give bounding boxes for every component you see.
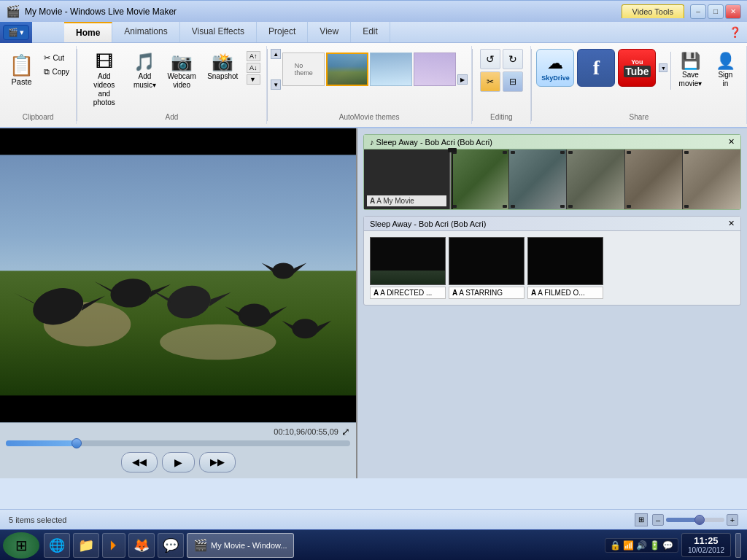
paste-button[interactable]: 📋 Paste: [4, 49, 39, 90]
format-options-button[interactable]: A↑ A↓ ▼: [245, 49, 262, 87]
app-icon: 🎬: [6, 4, 20, 18]
progress-bar[interactable]: [6, 440, 350, 446]
tab-project[interactable]: Project: [257, 22, 308, 42]
app-menu-button[interactable]: 🎬 ▾: [3, 25, 29, 40]
help-icon[interactable]: ❓: [723, 22, 747, 42]
preview-panel: 00:10,96/00:55,09 ⤢ ◀◀ ▶ ▶▶: [0, 128, 357, 478]
forward-button[interactable]: ▶▶: [199, 452, 236, 472]
app-menu-arrow: ▾: [20, 28, 24, 37]
taskbar-wmp[interactable]: ⏵: [102, 533, 125, 558]
zoom-out-button[interactable]: –: [652, 514, 664, 526]
tab-edit[interactable]: Edit: [351, 22, 390, 42]
copy-label: Copy: [53, 68, 69, 76]
tab-animations[interactable]: Animations: [112, 22, 179, 42]
rewind-button[interactable]: ◀◀: [121, 452, 158, 472]
minimize-button[interactable]: –: [690, 4, 706, 19]
ribbon-group-automovie: ▲ ▼ Notheme ▶ AutoMovie themes: [268, 46, 472, 124]
zoom-thumb[interactable]: [694, 515, 705, 525]
taskbar-moviemaker[interactable]: 🎬 My Movie - Window...: [187, 533, 294, 558]
webcam-label: Webcamvideo: [167, 72, 196, 90]
audio-track-close[interactable]: ✕: [728, 137, 735, 147]
save-movie-button[interactable]: 💾 Savemovie▾: [674, 49, 706, 91]
playhead[interactable]: [452, 149, 453, 209]
rotate-right-button[interactable]: ↻: [503, 49, 523, 69]
taskbar-right: 🔒 📶 🔊 🔋 💬 11:25 10/02/2012: [605, 533, 744, 558]
font-size-up-icon: A↑: [247, 51, 260, 61]
view-mode-button[interactable]: ⊞: [635, 513, 648, 526]
svg-point-21: [272, 262, 294, 279]
track-content: A A My Movie: [364, 149, 740, 209]
scroll-up-arrow[interactable]: ▲: [271, 49, 281, 59]
time-display: 00:10,96/00:55,09 ⤢: [6, 426, 350, 438]
cut-icon: ✂: [44, 53, 50, 63]
tray-lock-icon: 🔒: [610, 540, 621, 551]
theme-cinematic[interactable]: [326, 52, 368, 86]
split-button[interactable]: ⊟: [503, 71, 523, 92]
list-item[interactable]: A A STARRING: [449, 237, 525, 299]
tab-home[interactable]: Home: [64, 22, 112, 42]
close-button[interactable]: ✕: [725, 4, 741, 19]
ribbon-content: 📋 Paste ✂ Cut ⧉ Copy Clipboard 🎞 Add vid…: [0, 43, 747, 128]
film-frame-1[interactable]: [451, 149, 509, 209]
clip1-title-icon: A: [374, 289, 379, 297]
add-music-button[interactable]: 🎵 Addmusic▾: [129, 49, 160, 93]
ribbon-group-share: ☁ SkyDrive f You Tube ▼ 💾 Savemovie▾ 👤 S…: [532, 46, 747, 124]
show-desktop-button[interactable]: [735, 533, 741, 558]
film-frame-4[interactable]: [625, 149, 684, 209]
title-clip[interactable]: A A My Movie: [364, 149, 450, 209]
copy-button[interactable]: ⧉ Copy: [41, 66, 72, 78]
tab-visual-effects[interactable]: Visual Effects: [180, 22, 257, 42]
current-time: 00:10,96/00:55,09: [274, 427, 338, 436]
sign-in-icon: 👤: [716, 52, 735, 71]
taskbar-ie[interactable]: 🌐: [44, 533, 70, 558]
scroll-themes-up[interactable]: ▲ ▼: [271, 49, 281, 90]
add-videos-label: Add videosand photos: [86, 72, 122, 107]
rotate-left-button[interactable]: ↺: [480, 49, 500, 69]
start-button[interactable]: ⊞: [3, 532, 39, 559]
bottom-track-close[interactable]: ✕: [728, 219, 735, 228]
scroll-down-arrow[interactable]: ▼: [271, 79, 281, 90]
film-strip: [450, 149, 740, 209]
film-frame-5[interactable]: [683, 149, 740, 209]
zoom-slider[interactable]: [666, 518, 724, 522]
add-videos-icon: 🎞: [96, 52, 113, 72]
automovie-group-label: AutoMovie themes: [339, 113, 400, 121]
zoom-in-button[interactable]: +: [727, 514, 738, 526]
film-frame-2[interactable]: [509, 149, 568, 209]
window-controls: – □ ✕: [690, 4, 741, 19]
tab-view[interactable]: View: [308, 22, 351, 42]
play-button[interactable]: ▶: [162, 452, 195, 472]
clip2-title-icon: A: [452, 289, 457, 297]
taskbar-messenger[interactable]: 💬: [158, 533, 184, 558]
clip3-label: A A FILMED O...: [527, 287, 603, 299]
taskbar-explorer[interactable]: 📁: [73, 533, 99, 558]
cut-button[interactable]: ✂ Cut: [41, 52, 72, 64]
editing-group-label: Editing: [490, 113, 513, 121]
clip2-preview: [449, 237, 525, 285]
ribbon-group-clipboard: 📋 Paste ✂ Cut ⧉ Copy Clipboard: [0, 46, 77, 124]
theme-fade[interactable]: [370, 52, 412, 86]
snapshot-button[interactable]: 📸 Snapshot: [203, 49, 242, 84]
clip3-preview: [527, 237, 603, 285]
facebook-button[interactable]: f: [577, 49, 615, 87]
theme-none[interactable]: Notheme: [282, 52, 325, 86]
list-item[interactable]: A A FILMED O...: [527, 237, 603, 299]
progress-thumb[interactable]: [71, 438, 82, 448]
scroll-themes-right[interactable]: ▶: [457, 74, 468, 85]
youtube-button[interactable]: You Tube: [618, 49, 656, 87]
webcam-button[interactable]: 📷 Webcamvideo: [163, 49, 201, 93]
fullscreen-button[interactable]: ⤢: [341, 426, 350, 438]
video-birds-scene: [0, 128, 356, 422]
film-frame-3[interactable]: [567, 149, 625, 209]
theme-pan[interactable]: [414, 52, 456, 86]
ribbon-group-editing: ↺ ↻ ✂ ⊟ Editing: [473, 46, 531, 124]
maximize-button[interactable]: □: [708, 4, 724, 19]
trim-button[interactable]: ✂: [480, 71, 500, 92]
taskbar-firefox[interactable]: 🦊: [128, 533, 155, 558]
list-item[interactable]: A A DIRECTED ...: [370, 237, 446, 299]
sign-in-button[interactable]: 👤 Signin: [709, 49, 741, 91]
scroll-share-arrow[interactable]: ▼: [659, 49, 667, 87]
add-videos-button[interactable]: 🎞 Add videosand photos: [82, 49, 126, 110]
skydrive-button[interactable]: ☁ SkyDrive: [536, 49, 574, 87]
clock[interactable]: 11:25 10/02/2012: [681, 533, 731, 558]
